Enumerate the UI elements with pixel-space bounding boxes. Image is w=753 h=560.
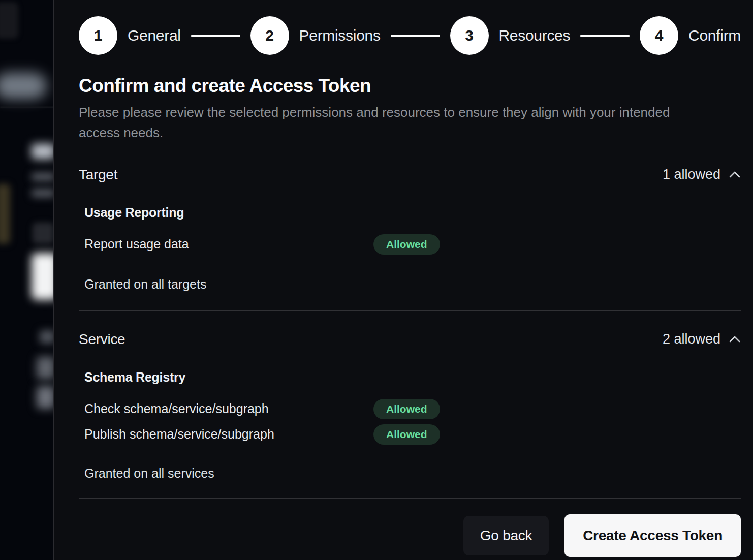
group-title: Schema Registry [84,370,741,385]
footer-divider [79,498,741,499]
blurred-divider [0,107,54,108]
blurred-sidebar-item [0,73,47,99]
blurred-text [37,386,54,409]
permission-label: Report usage data [84,237,373,252]
section-title: Service [79,331,125,348]
permission-row: Report usage data Allowed [84,234,741,255]
section-header-target: Target 1 allowed [79,167,741,183]
step-general[interactable]: 1 General [79,16,181,55]
step-resources[interactable]: 3 Resources [450,16,571,55]
step-permissions[interactable]: 2 Permissions [250,16,381,55]
permission-row: Check schema/service/subgraph Allowed [84,399,741,419]
modal-footer: Go back Create Access Token [79,514,741,557]
blurred-white-button [32,253,54,300]
section-collapse-toggle[interactable]: 1 allowed [663,167,741,182]
chevron-up-icon [729,171,741,178]
permission-label: Check schema/service/subgraph [84,401,373,416]
step-number-badge: 2 [250,16,289,55]
step-confirm[interactable]: 4 Confirm [640,16,741,55]
blurred-icon-box [33,223,54,244]
step-connector [391,35,440,37]
permission-group-usage-reporting: Usage Reporting Report usage data Allowe… [79,205,741,255]
section-header-service: Service 2 allowed [79,331,741,348]
blurred-accent-box [0,184,10,244]
page-title: Confirm and create Access Token [79,75,741,97]
step-label: General [128,27,181,44]
step-label: Confirm [688,27,741,44]
go-back-button[interactable]: Go back [463,516,549,555]
granted-note: Granted on all services [79,466,741,481]
granted-note: Granted on all targets [79,277,741,292]
group-title: Usage Reporting [84,205,741,220]
step-connector [191,35,240,37]
section-divider [79,310,741,311]
blurred-background [0,0,54,560]
step-number-badge: 1 [79,16,117,55]
chevron-up-icon [729,335,741,343]
status-badge: Allowed [373,399,440,419]
wizard-stepper: 1 General 2 Permissions 3 Resources 4 Co… [79,16,741,55]
step-connector [580,35,630,37]
section-title: Target [79,167,117,183]
step-label: Permissions [299,27,381,44]
blurred-text [32,189,54,197]
blurred-text [32,173,54,181]
section-collapse-toggle[interactable]: 2 allowed [663,331,741,347]
create-access-token-button[interactable]: Create Access Token [564,514,741,557]
status-badge: Allowed [373,234,440,255]
step-number-badge: 4 [640,16,678,55]
status-badge: Allowed [373,424,440,445]
page-subtitle: Please please review the selected permis… [79,103,705,143]
permission-label: Publish schema/service/subgraph [84,427,373,442]
create-access-token-modal: 1 General 2 Permissions 3 Resources 4 Co… [53,0,753,560]
step-label: Resources [499,27,571,44]
blurred-sidebar-box [0,2,18,39]
permission-row: Publish schema/service/subgraph Allowed [84,424,741,445]
blurred-text [32,144,54,159]
permission-group-schema-registry: Schema Registry Check schema/service/sub… [79,370,741,445]
blurred-text [40,330,54,344]
blurred-text [37,357,54,379]
allowed-count: 1 allowed [663,167,720,182]
step-number-badge: 3 [450,16,489,55]
allowed-count: 2 allowed [663,331,720,347]
